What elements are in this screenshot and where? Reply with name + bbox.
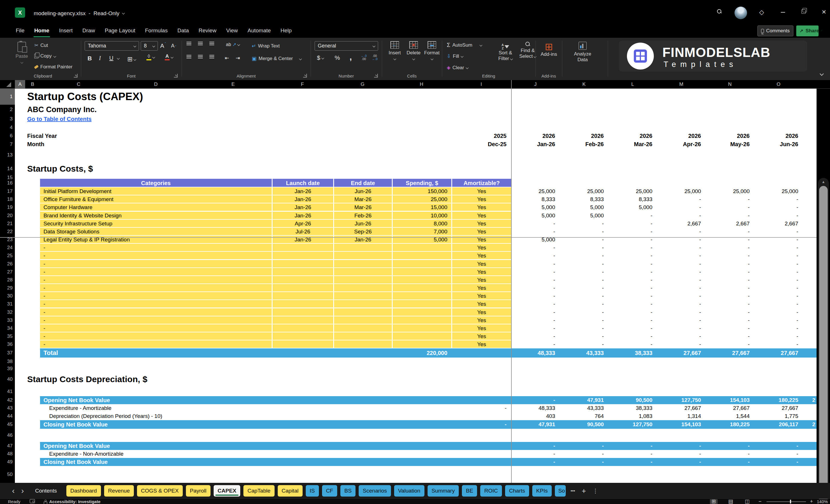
cell[interactable]: 2026 xyxy=(560,132,608,140)
month-value-cell[interactable]: 1,083 xyxy=(608,412,657,420)
italic-button[interactable]: I xyxy=(99,55,101,62)
spending-cell[interactable]: 7,000 xyxy=(392,228,451,236)
month-value-cell[interactable]: - xyxy=(754,268,803,276)
column-header-L[interactable]: L xyxy=(608,80,657,88)
insert-cells-button[interactable]: ← Insert xyxy=(386,41,404,62)
column-header-H[interactable]: H xyxy=(392,80,451,88)
total-month-value[interactable]: 48,333 xyxy=(511,348,560,357)
sheet-tab-cf[interactable]: CF xyxy=(322,485,337,497)
spending-cell[interactable] xyxy=(392,324,451,333)
cell[interactable]: Apr-26 xyxy=(657,140,706,149)
month-value-cell[interactable]: - xyxy=(706,203,754,211)
total-month-value[interactable]: 27,667 xyxy=(706,348,754,357)
share-button[interactable]: ↗ Share xyxy=(796,26,819,36)
section-heading[interactable]: Startup Costs, $ xyxy=(27,161,427,176)
font-dialog-launcher-icon[interactable] xyxy=(174,74,178,77)
month-value-cell[interactable]: 25,000 xyxy=(754,187,803,195)
row-label[interactable]: Expenditure - Non-Amortizable xyxy=(49,450,307,458)
month-value-cell[interactable]: 127,750 xyxy=(608,420,657,429)
launch-date-cell[interactable]: Apr-26 xyxy=(272,220,333,228)
cell[interactable]: Feb-26 xyxy=(560,140,608,149)
copy-button[interactable]: Copy xyxy=(34,53,56,59)
comments-button[interactable]: Comments xyxy=(757,26,793,36)
category-cell[interactable]: Computer Hardware xyxy=(40,203,272,211)
total-month-value[interactable]: 27,667 xyxy=(754,348,803,357)
end-date-cell[interactable]: Mar-26 xyxy=(333,203,392,211)
month-value-cell[interactable]: - xyxy=(657,333,706,340)
month-value-cell[interactable]: - xyxy=(754,340,803,348)
month-value-cell[interactable]: - xyxy=(511,300,560,308)
month-value-cell[interactable]: - xyxy=(754,308,803,316)
cut-button[interactable]: ✂Cut xyxy=(34,42,48,48)
row-header[interactable]: 13 xyxy=(0,149,15,161)
row-label[interactable]: Closing Net Book Value xyxy=(43,420,301,429)
clipped-value-cell[interactable]: 2 xyxy=(812,396,817,404)
month-value-cell[interactable]: 8,333 xyxy=(511,195,560,203)
month-value-cell[interactable]: - xyxy=(608,212,657,220)
row-header[interactable]: 34 xyxy=(0,324,15,333)
amortizable-cell[interactable]: Yes xyxy=(451,187,511,195)
month-value-cell[interactable]: 47,931 xyxy=(511,420,560,429)
column-header-E[interactable]: E xyxy=(194,80,272,88)
bold-button[interactable]: B xyxy=(88,55,92,62)
sheet-tab-bs[interactable]: BS xyxy=(340,485,355,497)
month-value-cell[interactable]: 27,667 xyxy=(657,404,706,412)
month-value-cell[interactable]: 403 xyxy=(511,412,560,420)
merge-center-button[interactable]: ▣Merge & Center xyxy=(252,56,301,62)
row-header[interactable]: 6 xyxy=(0,132,15,140)
vertical-scrollbar[interactable]: ▲ ▼ xyxy=(818,178,829,504)
month-value-cell[interactable]: - xyxy=(560,228,608,236)
month-value-cell[interactable]: - xyxy=(657,212,706,220)
launch-date-cell[interactable] xyxy=(272,292,333,300)
month-value-cell[interactable]: - xyxy=(706,450,754,458)
row-header[interactable]: 33 xyxy=(0,316,15,324)
month-value-cell[interactable]: - xyxy=(511,292,560,300)
column-header-J[interactable]: J xyxy=(511,80,560,88)
category-cell[interactable]: Data Storage Solutions xyxy=(40,228,272,236)
row-label[interactable]: Opening Net Book Value xyxy=(43,442,301,450)
month-value-cell[interactable]: 25,000 xyxy=(560,187,608,195)
month-value-cell[interactable]: - xyxy=(754,228,803,236)
month-value-cell[interactable]: 180,225 xyxy=(706,420,754,429)
category-cell[interactable]: - xyxy=(40,316,272,324)
month-value-cell[interactable]: - xyxy=(511,252,560,260)
month-value-cell[interactable]: - xyxy=(608,252,657,260)
category-cell[interactable]: - xyxy=(40,340,272,348)
month-value-cell[interactable]: - xyxy=(657,260,706,268)
end-date-cell[interactable] xyxy=(333,340,392,348)
month-value-cell[interactable]: 47,931 xyxy=(560,396,608,404)
month-value-cell[interactable]: - xyxy=(511,284,560,292)
fiscal-year-row[interactable]: Fiscal Year xyxy=(27,132,227,140)
zoom-out-button[interactable]: − xyxy=(759,499,762,504)
month-value-cell[interactable]: - xyxy=(657,284,706,292)
month-value-cell[interactable]: - xyxy=(754,292,803,300)
underline-button[interactable]: U xyxy=(109,55,113,62)
cell[interactable]: Mar-26 xyxy=(608,140,657,149)
amortizable-cell[interactable]: Yes xyxy=(451,212,511,220)
month-row[interactable]: Month xyxy=(27,140,227,149)
month-value-cell[interactable]: - xyxy=(511,450,560,458)
fill-color-button[interactable]: ◊ xyxy=(147,54,155,60)
clear-button[interactable]: ◈Clear xyxy=(447,65,468,71)
column-header-K[interactable]: K xyxy=(560,80,608,88)
month-value-cell[interactable]: 154,103 xyxy=(706,396,754,404)
end-date-cell[interactable]: Jun-26 xyxy=(333,220,392,228)
amortizable-cell[interactable]: Yes xyxy=(451,292,511,300)
ribbon-tab-help[interactable]: Help xyxy=(276,24,296,38)
table-header-cell[interactable]: Spending, $ xyxy=(392,179,451,187)
zoom-level[interactable]: 140% xyxy=(817,499,828,504)
number-format-select[interactable]: General xyxy=(315,41,378,51)
month-value-cell[interactable]: 5,000 xyxy=(560,203,608,211)
sheet-tab-payroll[interactable]: Payroll xyxy=(186,485,211,497)
column-header-B[interactable]: B xyxy=(25,80,40,88)
end-date-cell[interactable] xyxy=(333,252,392,260)
row-header[interactable]: 39 xyxy=(0,366,15,372)
spending-cell[interactable]: 15,000 xyxy=(392,203,451,211)
month-value-cell[interactable]: - xyxy=(706,316,754,324)
amortizable-cell[interactable]: Yes xyxy=(451,284,511,292)
table-header-cell[interactable]: Categories xyxy=(40,179,272,187)
premium-diamond-icon[interactable]: ◇ xyxy=(757,8,766,16)
row-header[interactable]: 2 xyxy=(0,105,15,115)
collapse-ribbon-chevron-icon[interactable] xyxy=(820,71,823,76)
spending-cell[interactable]: 150,000 xyxy=(392,187,451,195)
